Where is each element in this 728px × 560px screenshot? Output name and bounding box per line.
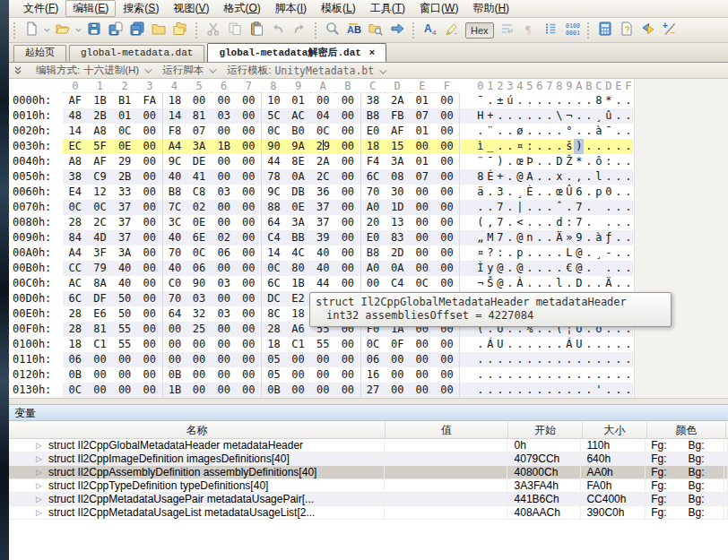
hex-byte[interactable]: 00 xyxy=(162,352,187,367)
hex-byte[interactable]: 01 xyxy=(112,108,137,124)
ascii-char[interactable]: Á xyxy=(485,337,495,352)
ascii-char[interactable]: . xyxy=(534,261,544,276)
hex-byte[interactable]: 00 xyxy=(212,200,237,215)
ascii-char[interactable]: . xyxy=(603,337,613,352)
variable-row[interactable]: ▷struct Il2CppImageDefinition imagesDefi… xyxy=(9,452,728,466)
ascii-char[interactable]: € xyxy=(564,261,574,276)
hex-byte[interactable]: 00 xyxy=(335,383,360,398)
expand-arrow-icon[interactable]: ▷ xyxy=(36,452,42,465)
hex-byte[interactable]: 0C xyxy=(112,124,137,139)
hex-byte[interactable]: 40 xyxy=(112,261,137,276)
hex-byte[interactable]: 00 xyxy=(410,139,435,154)
tab-file-1[interactable]: global-metadata.dat xyxy=(69,45,204,62)
ascii-char[interactable]: . xyxy=(495,352,505,367)
hex-byte[interactable]: 2B xyxy=(88,108,113,124)
menu-item-o[interactable]: 格式(O) xyxy=(216,0,267,17)
hex-byte[interactable]: 0A xyxy=(286,169,311,185)
hex-byte[interactable]: 00 xyxy=(335,246,360,261)
ascii-char[interactable]: à xyxy=(594,124,603,139)
hex-byte[interactable]: FB xyxy=(385,108,410,124)
hex-byte[interactable]: 3A xyxy=(186,139,212,154)
hex-byte[interactable]: 40 xyxy=(162,261,187,276)
ascii-char[interactable]: 9 xyxy=(574,230,584,246)
hex-byte[interactable]: 00 xyxy=(310,93,335,108)
hex-byte[interactable]: 15 xyxy=(385,139,410,154)
hex-byte[interactable]: 03 xyxy=(212,108,237,124)
hex-byte[interactable]: 0E xyxy=(112,139,137,154)
hex-byte[interactable]: 39 xyxy=(310,230,335,246)
hex-byte[interactable]: 9C xyxy=(162,154,187,169)
ascii-char[interactable]: . xyxy=(544,246,554,261)
menu-item-e[interactable]: 编辑(E) xyxy=(65,0,116,17)
hex-byte[interactable]: 00 xyxy=(335,154,360,169)
ascii-char[interactable]: . xyxy=(554,261,564,276)
ascii-char[interactable]: . xyxy=(544,261,554,276)
hex-byte[interactable]: 00 xyxy=(310,367,335,383)
ascii-char[interactable]: . xyxy=(584,276,594,291)
hex-byte[interactable]: 00 xyxy=(112,367,137,383)
ascii-char[interactable]: x xyxy=(554,169,564,185)
hex-byte[interactable]: 00 xyxy=(212,322,237,337)
ascii-char[interactable]: @ xyxy=(495,276,505,291)
ascii-char[interactable]: . xyxy=(594,139,603,154)
hex-byte[interactable]: 3A xyxy=(112,246,137,261)
hex-byte[interactable]: 00 xyxy=(335,169,360,185)
ascii-char[interactable]: . xyxy=(534,230,544,246)
ascii-char[interactable]: . xyxy=(534,276,544,291)
ascii-char[interactable]: . xyxy=(544,169,554,185)
ascii-char[interactable]: . xyxy=(554,124,564,139)
ascii-char[interactable]: . xyxy=(613,154,623,169)
hex-byte[interactable]: A6 xyxy=(286,322,311,337)
ascii-char[interactable]: . xyxy=(564,200,574,215)
hex-byte[interactable]: 90 xyxy=(186,276,212,291)
hex-row[interactable]: 0000h:AF1BB1FA1800000010010000382A0100¯.… xyxy=(0,93,728,108)
expand-arrow-icon[interactable]: ▷ xyxy=(36,493,42,505)
binary-view-button[interactable]: 01000001 xyxy=(561,20,583,41)
hex-byte[interactable]: 00 xyxy=(137,352,162,367)
menu-item-f[interactable]: 文件(F) xyxy=(16,0,65,17)
ascii-char[interactable]: . xyxy=(623,246,633,261)
hex-byte[interactable]: 36 xyxy=(310,185,335,200)
ascii-char[interactable]: . xyxy=(485,185,495,200)
ascii-char[interactable]: . xyxy=(505,154,515,169)
hex-byte[interactable]: 00 xyxy=(137,215,162,230)
hex-byte[interactable]: 8E xyxy=(286,154,311,169)
ascii-char[interactable]: . xyxy=(623,230,633,246)
ascii-char[interactable]: . xyxy=(505,367,515,383)
folders-button[interactable] xyxy=(169,20,191,41)
hex-byte[interactable]: 00 xyxy=(335,230,360,246)
hex-byte[interactable]: 00 xyxy=(137,383,162,398)
ascii-char[interactable]: ¯ xyxy=(475,93,485,108)
hex-row[interactable]: 0130h:0C0000001B0000000B00000027000000..… xyxy=(0,383,728,398)
hex-byte[interactable]: F4 xyxy=(360,154,386,169)
hex-byte[interactable]: 0B xyxy=(63,367,88,383)
ascii-char[interactable]: . xyxy=(475,337,485,352)
ascii-char[interactable]: . xyxy=(505,200,515,215)
ascii-char[interactable]: . xyxy=(623,154,633,169)
hex-byte[interactable]: 00 xyxy=(335,215,360,230)
ascii-char[interactable]: . xyxy=(584,169,594,185)
ascii-char[interactable]: . xyxy=(495,367,505,383)
ascii-char[interactable]: . xyxy=(524,261,534,276)
ascii-char[interactable]: . xyxy=(623,169,633,185)
hex-byte[interactable]: 0C xyxy=(186,246,212,261)
hex-byte[interactable]: 14 xyxy=(162,108,187,124)
ascii-char[interactable]: . xyxy=(475,367,485,383)
ascii-char[interactable]: . xyxy=(613,383,623,398)
hex-byte[interactable]: 00 xyxy=(236,185,261,200)
ascii-char[interactable]: ô xyxy=(594,154,603,169)
hex-byte[interactable]: A4 xyxy=(63,246,88,261)
ascii-char[interactable]: . xyxy=(485,383,495,398)
ascii-char[interactable]: | xyxy=(515,200,524,215)
hex-byte[interactable]: 00 xyxy=(286,367,311,383)
hex-byte[interactable]: 81 xyxy=(88,322,113,337)
ascii-char[interactable]: . xyxy=(554,139,564,154)
toolbar-overflow-button[interactable] xyxy=(13,65,23,76)
ascii-char[interactable]: . xyxy=(524,352,534,367)
hex-byte[interactable]: 00 xyxy=(410,383,435,398)
ascii-char[interactable]: . xyxy=(515,352,524,367)
ascii-char[interactable]: . xyxy=(544,124,554,139)
hex-byte[interactable]: 4C xyxy=(286,246,311,261)
hex-byte[interactable]: 70 xyxy=(162,246,187,261)
hex-byte[interactable]: 00 xyxy=(410,367,435,383)
